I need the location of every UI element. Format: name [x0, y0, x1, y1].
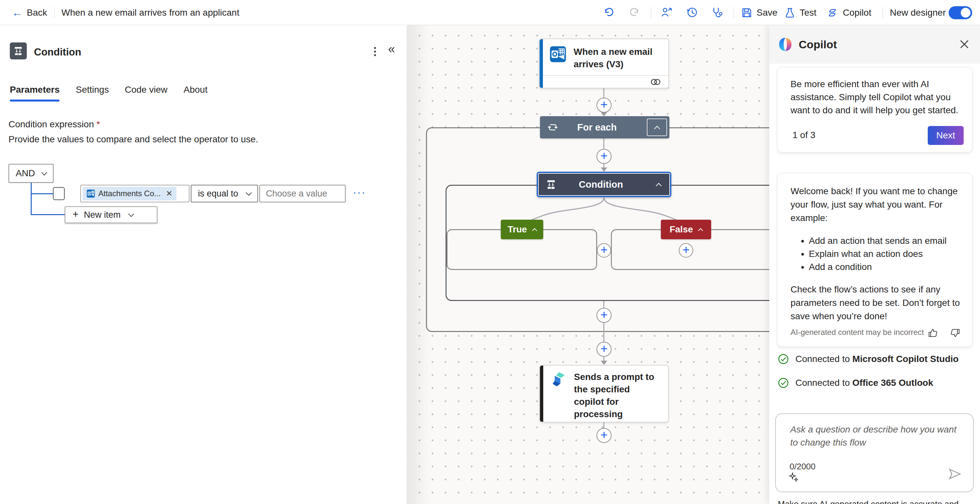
edge	[603, 332, 605, 342]
new-designer-toggle[interactable]	[949, 6, 972, 19]
chip-remove-icon[interactable]: ✕	[166, 189, 172, 198]
new-item-button[interactable]: + New item	[65, 206, 158, 223]
insert-step-button[interactable]: +	[597, 308, 611, 323]
true-branch-header[interactable]: True	[501, 220, 543, 239]
bullet-item: Add a condition	[809, 260, 972, 274]
chevron-up-icon	[655, 183, 662, 189]
copilot-header: Copilot	[769, 25, 980, 63]
prompt-library-button[interactable]	[788, 472, 799, 483]
flow-checker-button[interactable]	[708, 3, 726, 21]
save-button[interactable]: Save	[741, 0, 778, 25]
chevron-up-icon	[654, 126, 660, 132]
value-input[interactable]	[260, 189, 345, 199]
copilot-toolbar-label: Copilot	[843, 8, 871, 18]
row-more-button[interactable]: ···	[353, 186, 366, 198]
thumbs-up-button[interactable]	[928, 328, 938, 338]
test-label: Test	[800, 8, 816, 18]
condition-expression-label: Condition expression *	[8, 119, 100, 130]
for-each-node[interactable]: For each	[540, 116, 669, 138]
connection-name: Microsoft Copilot Studio	[852, 354, 958, 364]
condition-label: Condition	[545, 179, 657, 190]
tab-parameters[interactable]: Parameters	[10, 84, 60, 95]
condition-editor-panel: Condition « Parameters Settings Code vie…	[0, 25, 407, 504]
false-branch-header[interactable]: False	[661, 220, 711, 239]
edge-arrow	[601, 361, 607, 365]
next-button[interactable]: Next	[928, 126, 964, 145]
group-operator-value: AND	[16, 168, 35, 179]
copilot-input-box[interactable]: Ask a question or describe how you want …	[775, 413, 974, 492]
add-action-true-button[interactable]: +	[597, 243, 611, 258]
tab-code-view[interactable]: Code view	[125, 84, 167, 95]
condition-expression-description: Provide the values to compare and select…	[8, 134, 258, 144]
bullet-item: Explain what an action does	[809, 247, 972, 260]
true-label: True	[508, 224, 527, 235]
operator-dropdown[interactable]: is equal to	[191, 185, 258, 202]
send-prompt-node[interactable]: Sends a prompt to the specified copilot …	[539, 365, 669, 422]
edge-arrow	[601, 168, 607, 172]
message-intro: Welcome back! If you want me to change y…	[791, 184, 960, 225]
copilot-message-card: Welcome back! If you want me to change y…	[777, 173, 972, 347]
thumbs-down-button[interactable]	[950, 328, 960, 338]
for-each-collapse-button[interactable]	[647, 119, 667, 136]
flow-canvas[interactable]: When a new email arrives (V3) + + + + + …	[407, 25, 769, 504]
tab-settings[interactable]: Settings	[76, 84, 109, 95]
insert-step-button[interactable]: +	[597, 428, 611, 443]
add-action-false-button[interactable]: +	[679, 243, 693, 258]
edge	[603, 422, 605, 428]
back-button[interactable]: ← Back	[12, 0, 47, 25]
condition-node[interactable]: Condition	[537, 172, 671, 197]
collapse-panel-button[interactable]: «	[388, 42, 395, 56]
edge	[603, 301, 605, 308]
flow-title-text: When a new email arrives from an applica…	[61, 8, 239, 18]
test-button[interactable]: Test	[784, 0, 816, 25]
insert-step-button[interactable]: +	[597, 98, 611, 113]
link-icon	[650, 78, 661, 86]
chevron-down-icon	[41, 170, 47, 175]
flow-history-button[interactable]	[683, 3, 701, 21]
thumbs-down-icon	[950, 328, 960, 338]
back-arrow-icon: ←	[12, 6, 23, 19]
condition-panel-icon	[10, 43, 27, 59]
send-button[interactable]	[948, 468, 961, 480]
trigger-title: When a new email arrives (V3)	[574, 46, 661, 71]
copilot-footer-clipped: Make sure AI-generated content is accura…	[778, 499, 974, 504]
close-icon[interactable]	[957, 37, 972, 52]
sparkle-icon	[788, 472, 799, 483]
outlook-icon	[87, 189, 95, 198]
insert-step-button[interactable]: +	[597, 342, 611, 357]
save-label: Save	[757, 8, 778, 18]
chevron-down-icon	[246, 190, 251, 195]
stethoscope-icon	[711, 6, 724, 19]
history-clock-icon	[686, 6, 699, 19]
group-operator-dropdown[interactable]: AND	[8, 164, 54, 183]
condition-left-operand[interactable]: Attachments Co... ✕	[80, 185, 189, 202]
redo-icon	[629, 6, 641, 18]
row-checkbox[interactable]	[53, 187, 65, 200]
ai-disclaimer: AI-generated content may be incorrect	[791, 328, 924, 337]
chip-label: Attachments Co...	[98, 189, 161, 198]
test-beaker-icon	[784, 7, 796, 19]
copilot-studio-icon	[550, 371, 567, 388]
trigger-node[interactable]: When a new email arrives (V3)	[539, 38, 669, 89]
edge	[603, 323, 605, 332]
new-item-label: New item	[84, 210, 121, 220]
insert-step-button[interactable]: +	[597, 149, 611, 164]
connection-status-row: Connected to Office 365 Outlook	[778, 377, 933, 388]
connection-text: Connected to Office 365 Outlook	[795, 378, 933, 388]
share-flow-button[interactable]	[658, 3, 676, 21]
trigger-accent-bar	[540, 39, 543, 88]
connection-status-row: Connected to Microsoft Copilot Studio	[778, 353, 958, 365]
divider	[883, 7, 883, 18]
char-counter: 0/2000	[789, 461, 816, 472]
panel-menu-button[interactable]	[369, 44, 382, 60]
panel-title: Condition	[34, 46, 81, 58]
redo-button[interactable]	[626, 3, 644, 21]
tab-about[interactable]: About	[184, 84, 207, 95]
undo-button[interactable]	[600, 3, 617, 21]
toggle-knob	[961, 8, 970, 17]
dynamic-content-chip[interactable]: Attachments Co... ✕	[83, 187, 177, 200]
tip-text: Be more efficient than ever with AI assi…	[791, 78, 960, 117]
copilot-toolbar-button[interactable]: Copilot	[826, 0, 871, 25]
condition-expression-text: Condition expression	[8, 119, 94, 129]
top-bar: ← Back When a new email arrives from an …	[0, 0, 980, 25]
